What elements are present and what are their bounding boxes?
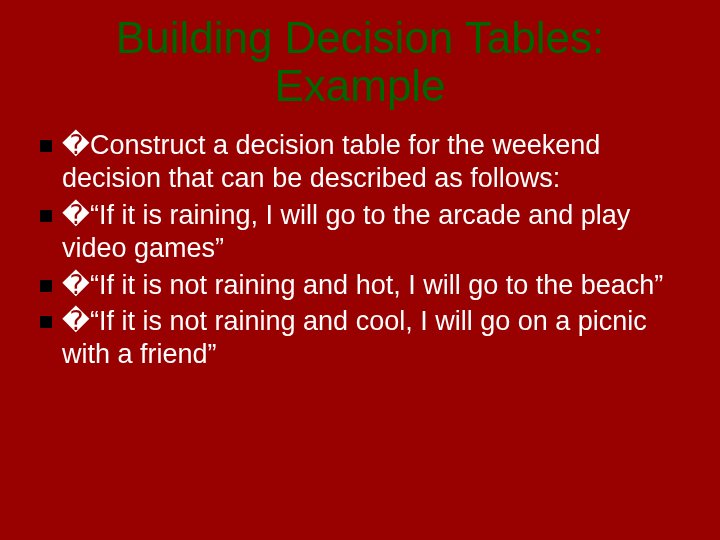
bullet-icon [40, 210, 52, 222]
slide-title: Building Decision Tables: Example [40, 0, 680, 129]
marker-glyph: � [62, 200, 90, 230]
marker-glyph: � [62, 306, 90, 336]
bullet-text: �“If it is not raining and hot, I will g… [62, 269, 680, 302]
marker-glyph: � [62, 130, 90, 160]
bullet-text: �“If it is raining, I will go to the arc… [62, 199, 680, 265]
bullet-content: “If it is raining, I will go to the arca… [62, 200, 630, 263]
slide: Building Decision Tables: Example �Const… [0, 0, 720, 540]
title-line-1: Building Decision Tables: [116, 13, 604, 62]
bullet-text: �“If it is not raining and cool, I will … [62, 305, 680, 371]
list-item: �“If it is not raining and cool, I will … [40, 305, 680, 371]
bullet-content: “If it is not raining and hot, I will go… [90, 270, 663, 300]
bullet-icon [40, 316, 52, 328]
bullet-icon [40, 140, 52, 152]
bullet-icon [40, 280, 52, 292]
slide-body: �Construct a decision table for the week… [40, 129, 680, 372]
bullet-content: Construct a decision table for the weeke… [62, 130, 600, 193]
bullet-text: �Construct a decision table for the week… [62, 129, 680, 195]
list-item: �“If it is not raining and hot, I will g… [40, 269, 680, 302]
marker-glyph: � [62, 270, 90, 300]
bullet-content: “If it is not raining and cool, I will g… [62, 306, 647, 369]
list-item: �Construct a decision table for the week… [40, 129, 680, 195]
list-item: �“If it is raining, I will go to the arc… [40, 199, 680, 265]
title-line-2: Example [274, 61, 445, 110]
